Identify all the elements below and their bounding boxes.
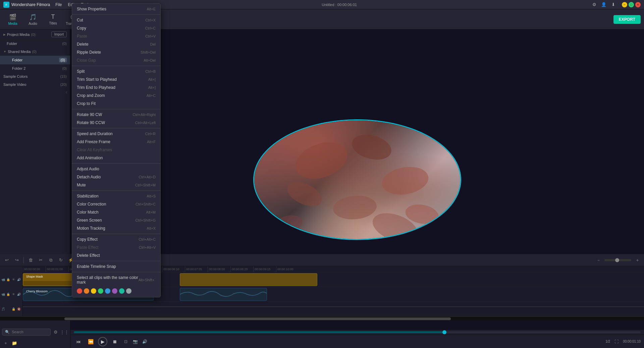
track-lock-v2[interactable]: 🔒	[6, 292, 10, 297]
ctx-item-select-all-clips-with-the-same-color-mark[interactable]: Select all clips with the same color mar…	[72, 274, 160, 286]
audio-label: Audio	[29, 22, 37, 25]
svg-rect-8	[254, 120, 461, 240]
ctx-item-delete[interactable]: DeleteDel	[72, 40, 160, 48]
window-controls: − □ ×	[622, 2, 641, 7]
ctx-item-label: Delete Effect	[77, 253, 100, 258]
toolbar-titles-tab[interactable]: T Titles	[44, 11, 62, 28]
context-menu-separator	[72, 190, 160, 191]
folder2-count: (0)	[62, 66, 67, 70]
undo-button[interactable]: ↩	[3, 256, 11, 264]
color-mark-1[interactable]	[84, 288, 89, 294]
ctx-item-add-freeze-frame[interactable]: Add Freeze FrameAlt+F	[72, 138, 160, 146]
ctx-item-mute[interactable]: MuteCtrl+Shift+M	[72, 181, 160, 189]
toolbar-audio-tab[interactable]: 🎵 Audio	[23, 11, 42, 28]
folder2-item[interactable]: Folder 2 (0)	[0, 64, 70, 72]
rotate-button[interactable]: ↻	[57, 256, 65, 264]
ctx-item-delete-effect[interactable]: Delete Effect	[72, 251, 160, 259]
color-mark-2[interactable]	[91, 288, 96, 294]
clip-v1-cont[interactable]	[180, 273, 317, 286]
tl-divider-1	[23, 257, 24, 264]
download-icon[interactable]: ⬇	[610, 1, 616, 8]
zoom-handle[interactable]	[615, 258, 619, 262]
handle-tl[interactable]	[271, 132, 274, 135]
cut-clip-button[interactable]: ✂	[37, 256, 45, 264]
ctx-item-detach-audio[interactable]: Detach AudioCtrl+Alt+D	[72, 173, 160, 181]
clip-v2-second[interactable]	[180, 288, 267, 301]
folder-selected-count: (0)	[59, 58, 67, 62]
ctx-item-color-match[interactable]: Color MatchAlt+M	[72, 208, 160, 216]
shared-media-label: Shared Media	[8, 50, 31, 54]
clone-button[interactable]: ⧉	[47, 256, 55, 264]
color-mark-5[interactable]	[112, 288, 117, 294]
scrollbar-thumb[interactable]	[64, 317, 451, 320]
zoom-out-button[interactable]: －	[594, 256, 602, 264]
track-row-a1	[23, 302, 644, 316]
color-mark-4[interactable]	[105, 288, 110, 294]
ctx-item-speed-and-duration[interactable]: Speed and DurationCtrl+R	[72, 130, 160, 138]
ctx-item-add-animation[interactable]: Add Animation	[72, 154, 160, 162]
folder-item[interactable]: Folder (0)	[0, 40, 70, 48]
sample-video-item[interactable]: Sample Video (20)	[0, 80, 70, 89]
toolbar-media-tab[interactable]: 🎬 Media	[3, 11, 22, 28]
menu-file[interactable]: File	[53, 2, 64, 8]
ctx-item-rotate-90-cw[interactable]: Rotate 90 CWCtrl+Alt+Right	[72, 111, 160, 119]
handle-bl[interactable]	[271, 224, 274, 227]
ctx-item-label: Color Match	[77, 210, 99, 215]
zoom-in-button[interactable]: ＋	[633, 256, 641, 264]
ctx-item-cut[interactable]: CutCtrl+X	[72, 16, 160, 24]
scroll-indicator: ‹	[0, 89, 70, 96]
ctx-item-copy[interactable]: CopyCtrl+C	[72, 24, 160, 32]
ctx-item-ripple-delete[interactable]: Ripple DeleteShift+Del	[72, 48, 160, 56]
ctx-item-copy-effect[interactable]: Copy EffectCtrl+Alt+C	[72, 235, 160, 243]
zoom-slider[interactable]	[604, 259, 631, 261]
handle-br[interactable]	[440, 224, 444, 227]
redo-button[interactable]: ↪	[13, 256, 21, 264]
handle-tr[interactable]	[440, 132, 444, 135]
ctx-item-enable-timeline-snap[interactable]: Enable Timeline Snap	[72, 263, 160, 271]
context-menu-separator	[72, 109, 160, 109]
track-audio-v2[interactable]: 🔊	[16, 292, 21, 297]
track-controls-v2: 🔒 👁 🔊	[6, 292, 21, 297]
ctx-item-green-screen[interactable]: Green ScreenCtrl+Shift+G	[72, 216, 160, 224]
ctx-item-shortcut: Alt+E	[147, 7, 156, 11]
close-button[interactable]: ×	[635, 2, 641, 7]
folder-selected-item[interactable]: Folder (0)	[0, 56, 70, 64]
ctx-item-crop-to-fit[interactable]: Crop to Fit	[72, 100, 160, 108]
ctx-item-stabilization[interactable]: StabilizationAlt+S	[72, 192, 160, 200]
ctx-item-motion-tracking[interactable]: Motion TrackingAlt+X	[72, 224, 160, 232]
delete-clip-button[interactable]: 🗑	[26, 256, 35, 264]
color-mark-7[interactable]	[126, 288, 131, 294]
color-mark-0[interactable]	[77, 288, 82, 294]
ctx-item-crop-and-zoom[interactable]: Crop and ZoomAlt+C	[72, 92, 160, 100]
import-button[interactable]: Import	[51, 32, 67, 37]
account-icon[interactable]: 👤	[600, 1, 607, 8]
track-lock-v1[interactable]: 🔒	[6, 277, 10, 282]
track-audio-v1[interactable]: 🔊	[16, 277, 21, 282]
notification-icon[interactable]: ⚙	[591, 1, 598, 8]
track-eye-v2[interactable]: 👁	[11, 292, 16, 297]
ctx-item-show-properties[interactable]: Show PropertiesAlt+E	[72, 5, 160, 13]
ctx-item-shortcut: Alt+]	[148, 85, 156, 90]
sample-colors-item[interactable]: Sample Colors (15)	[0, 72, 70, 80]
track-mute-a1[interactable]: 🔇	[16, 307, 21, 311]
ctx-item-trim-start-to-playhead[interactable]: Trim Start to PlayheadAlt+[	[72, 75, 160, 83]
ctx-item-trim-end-to-playhead[interactable]: Trim End to PlayheadAlt+]	[72, 83, 160, 92]
ruler-spacer	[0, 266, 22, 272]
export-button[interactable]: EXPORT	[613, 15, 641, 24]
music-icon: 🎵	[1, 307, 5, 311]
maximize-button[interactable]: □	[629, 2, 634, 7]
track-lock-a1[interactable]: 🔒	[11, 307, 16, 311]
ctx-item-label: Cut	[77, 18, 83, 22]
color-mark-3[interactable]	[98, 288, 103, 294]
folder-label: Folder	[7, 42, 17, 46]
minimize-button[interactable]: −	[622, 2, 627, 7]
folder-selected-label: Folder	[12, 58, 22, 62]
ctx-item-rotate-90-ccw[interactable]: Rotate 90 CCWCtrl+Alt+Left	[72, 119, 160, 127]
ctx-item-split[interactable]: SplitCtrl+B	[72, 67, 160, 75]
track-eye-v1[interactable]: 👁	[11, 277, 16, 282]
timeline-scrollbar[interactable]	[0, 316, 644, 321]
context-menu-separator	[72, 128, 160, 128]
color-mark-6[interactable]	[119, 288, 124, 294]
ctx-item-adjust-audio[interactable]: Adjust Audio	[72, 165, 160, 173]
ctx-item-color-correction[interactable]: Color CorrectionCtrl+Shift+C	[72, 200, 160, 208]
